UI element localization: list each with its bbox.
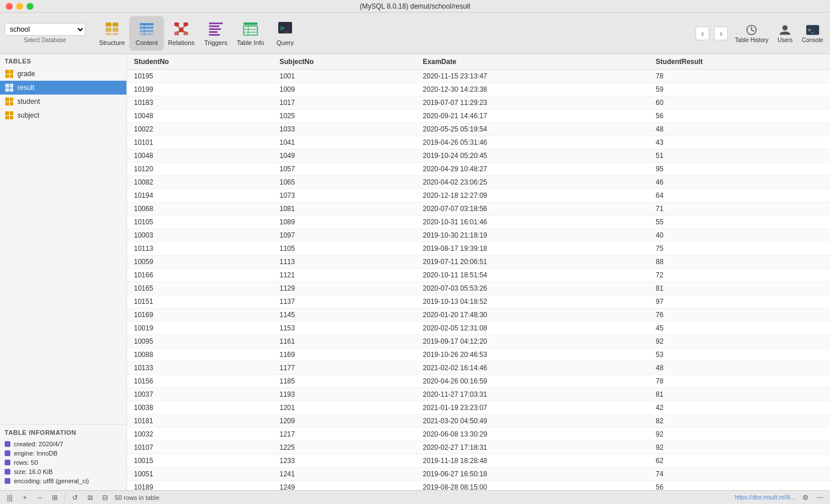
status-copy-button[interactable]: ⧉	[85, 492, 95, 503]
table-cell: 2020-02-27 17:18:31	[416, 441, 649, 454]
table-row[interactable]: 1019410732020-12-18 12:27:0964	[127, 189, 830, 202]
table-row[interactable]: 1002210332020-05-25 05:19:5448	[127, 123, 830, 136]
table-row[interactable]: 1015611852020-04-26 00:16:5978	[127, 375, 830, 388]
table-row[interactable]: 1016911452020-01-20 17:48:3076	[127, 309, 830, 322]
col-header-examdate[interactable]: ExamDate	[416, 54, 649, 70]
info-item: engine: InnoDB	[5, 449, 122, 458]
status-minus-button[interactable]: −	[35, 492, 45, 503]
col-header-studentno[interactable]: StudentNo	[127, 54, 272, 70]
svg-rect-9	[140, 33, 154, 35]
content-button[interactable]: Content	[129, 16, 164, 51]
table-cell: 92	[649, 441, 830, 454]
status-mult-button[interactable]: ⊞	[50, 492, 60, 503]
status-settings-button[interactable]: ⚙	[800, 492, 810, 503]
users-container[interactable]: Users	[775, 21, 795, 46]
table-cell: 10051	[127, 468, 272, 481]
table-row[interactable]: 1009511612019-09-17 04:12:2092	[127, 335, 830, 348]
table-row[interactable]: 1005911132019-07-11 20:06:5188	[127, 255, 830, 269]
db-select[interactable]: school	[5, 23, 85, 36]
data-table-container[interactable]: StudentNoSubjectNoExamDateStudentResult …	[127, 54, 830, 490]
table-row[interactable]: 1019510012020-11-15 23:13:4778	[127, 70, 830, 83]
table-cell: 1145	[272, 309, 416, 322]
relations-button[interactable]: Relations	[164, 16, 199, 51]
table-row[interactable]: 1008811692019-10-26 20:46:5353	[127, 348, 830, 362]
table-cell: 88	[649, 255, 830, 269]
structure-button[interactable]: Structure	[95, 16, 129, 51]
table-row[interactable]: 1013311772021-02-02 16:14:4648	[127, 362, 830, 375]
table-row[interactable]: 1016611212020-10-11 18:51:5472	[127, 269, 830, 282]
table-cell: 10095	[127, 335, 272, 348]
svg-rect-4	[106, 33, 111, 35]
tableinfo-button[interactable]: Table Info	[233, 16, 268, 51]
table-row[interactable]: 1000310972019-10-30 21:18:1940	[127, 229, 830, 242]
table-cell: 92	[649, 335, 830, 348]
table-cell: 53	[649, 348, 830, 362]
status-extra-button[interactable]: ⋯	[815, 492, 825, 503]
table-cell: 2020-11-15 23:13:47	[416, 70, 649, 83]
table-row[interactable]: 1004810492019-10-24 05:20:4551	[127, 149, 830, 163]
sidebar-table-subject[interactable]: subject	[0, 108, 126, 122]
table-cell: 1113	[272, 255, 416, 269]
table-cell: 2020-11-27 17:03:31	[416, 388, 649, 401]
table-row[interactable]: 1003711932020-11-27 17:03:3181	[127, 388, 830, 401]
status-filter-button[interactable]: ⊟	[100, 492, 110, 503]
table-cell: 10003	[127, 229, 272, 242]
back-button[interactable]: ‹	[696, 27, 709, 40]
table-row[interactable]: 1001911532020-02-05 12:31:0845	[127, 322, 830, 335]
svg-rect-6	[140, 23, 154, 25]
table-row[interactable]: 1018112092021-03-20 04:50:4982	[127, 415, 830, 428]
table-row[interactable]: 1008210652020-04-02 23:06:2546	[127, 176, 830, 189]
table-row[interactable]: 1011311052019-08-17 19:39:1875	[127, 242, 830, 255]
table-history-container[interactable]: Table History	[732, 21, 771, 46]
sidebar-table-grade[interactable]: grade	[0, 67, 126, 81]
status-add-button[interactable]: +	[20, 492, 30, 503]
table-row[interactable]: 1010510892020-10-31 16:01:4655	[127, 216, 830, 229]
svg-point-34	[783, 25, 788, 31]
table-row[interactable]: 1018310172019-07-07 11:29:2360	[127, 96, 830, 110]
table-row[interactable]: 1003212172020-06-08 13:30:2992	[127, 428, 830, 441]
info-item: rows: 50	[5, 458, 122, 467]
query-button[interactable]: >_ Query	[268, 16, 302, 51]
col-header-subjectno[interactable]: SubjectNo	[272, 54, 416, 70]
table-cell: 10105	[127, 216, 272, 229]
table-row[interactable]: 1006810812020-07-07 03:18:5671	[127, 202, 830, 216]
svg-rect-20	[209, 22, 223, 24]
table-row[interactable]: 1004810252020-09-21 14:46:1756	[127, 110, 830, 123]
table-row[interactable]: 1018912492019-08-28 08:15:0056	[127, 481, 830, 491]
table-icon	[5, 69, 14, 78]
maximize-button[interactable]	[27, 3, 33, 10]
forward-button[interactable]: ›	[714, 27, 728, 40]
table-cell: 1129	[272, 282, 416, 295]
triggers-button[interactable]: Triggers	[199, 16, 233, 51]
status-refresh-button[interactable]: ↺	[70, 492, 80, 503]
table-row[interactable]: 1015111372019-10-13 04:18:5297	[127, 295, 830, 309]
table-row[interactable]: 1019910092020-12-30 14:23:3859	[127, 83, 830, 96]
col-header-studentresult[interactable]: StudentResult	[649, 54, 830, 70]
select-db-label: Select Database	[5, 37, 85, 43]
table-row[interactable]: 1001512332019-11-18 18:28:4862	[127, 454, 830, 468]
console-container[interactable]: >_ Console	[799, 21, 825, 46]
table-info-panel: TABLE INFORMATION created: 2020/4/7engin…	[0, 424, 126, 490]
table-row[interactable]: 1005112412019-06-27 16:50:1874	[127, 468, 830, 481]
status-lines-button[interactable]: |||	[5, 492, 15, 503]
table-cell: 59	[649, 83, 830, 96]
table-row[interactable]: 1016511292020-07-03 05:53:2681	[127, 282, 830, 295]
svg-text:>_: >_	[280, 24, 289, 32]
table-cell: 1009	[272, 83, 416, 96]
table-row[interactable]: 1003812012021-01-19 23:23:0742	[127, 401, 830, 415]
table-row[interactable]: 1010712252020-02-27 17:18:3192	[127, 441, 830, 454]
close-button[interactable]	[6, 3, 13, 10]
svg-rect-25	[244, 22, 257, 25]
sidebar-table-result[interactable]: result	[0, 81, 126, 95]
table-cell: 42	[649, 401, 830, 415]
table-cell: 95	[649, 163, 830, 176]
minimize-button[interactable]	[16, 3, 23, 10]
table-row[interactable]: 1012010572020-04-29 10:48:2795	[127, 163, 830, 176]
table-cell: 71	[649, 202, 830, 216]
table-cell: 2019-07-11 20:06:51	[416, 255, 649, 269]
sidebar-table-student[interactable]: student	[0, 95, 126, 108]
table-cell: 10048	[127, 110, 272, 123]
users-icon	[778, 23, 792, 37]
table-cell: 76	[649, 309, 830, 322]
table-row[interactable]: 1010110412019-04-26 05:31:4643	[127, 136, 830, 149]
